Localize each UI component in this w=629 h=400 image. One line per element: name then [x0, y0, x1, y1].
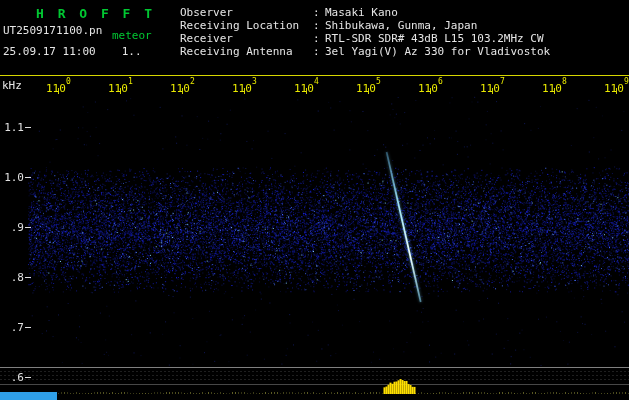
y-tick-label: .9 — [0, 221, 24, 234]
x-tick-label: 1106 — [418, 80, 443, 95]
datetime-label: 25.09.17 11:001.. — [3, 45, 142, 58]
y-axis-unit: kHz — [2, 79, 22, 92]
x-tick-label: 1102 — [170, 80, 195, 95]
x-tick-label: 1103 — [232, 80, 257, 95]
info-value: Masaki Kano — [325, 6, 626, 19]
counter-value: 1.. — [122, 45, 142, 58]
x-tick-label: 1108 — [542, 80, 567, 95]
x-tick-label: 1101 — [108, 80, 133, 95]
info-value: Shibukawa, Gunma, Japan — [325, 19, 626, 32]
x-tick-label: 1105 — [356, 80, 381, 95]
x-tick-label: 1104 — [294, 80, 319, 95]
x-tick-label: 1109 — [604, 80, 629, 95]
info-value: 3el Yagi(V) Az 330 for Vladivostok — [325, 45, 626, 58]
file-name: UT2509171100.pn — [3, 24, 102, 37]
hrofft-screen: H R O F F T UT2509171100.pn meteor 25.09… — [0, 0, 629, 400]
info-row: Receiving Location:Shibukawa, Gunma, Jap… — [180, 19, 626, 32]
spectrogram-canvas — [0, 0, 629, 400]
info-label: Receiving Location — [180, 19, 313, 32]
datetime-value: 25.09.17 11:00 — [3, 45, 96, 58]
info-row: Receiver:RTL-SDR SDR# 43dB L15 103.2MHz … — [180, 32, 626, 45]
app-title: H R O F F T — [36, 6, 155, 21]
info-colon: : — [313, 6, 325, 19]
info-label: Receiving Antenna — [180, 45, 313, 58]
info-row: Observer:Masaki Kano — [180, 6, 626, 19]
info-colon: : — [313, 32, 325, 45]
info-label: Receiver — [180, 32, 313, 45]
y-tick-label: .6 — [0, 371, 24, 384]
observation-info: Observer:Masaki KanoReceiving Location:S… — [180, 6, 626, 58]
info-label: Observer — [180, 6, 313, 19]
mode-label: meteor — [112, 29, 152, 42]
y-tick-label: 1.0 — [0, 171, 24, 184]
info-colon: : — [313, 45, 325, 58]
info-row: Receiving Antenna:3el Yagi(V) Az 330 for… — [180, 45, 626, 58]
y-tick-label: .8 — [0, 271, 24, 284]
info-colon: : — [313, 19, 325, 32]
y-tick-label: 1.1 — [0, 121, 24, 134]
x-tick-label: 1100 — [46, 80, 71, 95]
axis-top-line — [0, 75, 629, 76]
x-tick-label: 1107 — [480, 80, 505, 95]
y-tick-label: .7 — [0, 321, 24, 334]
info-value: RTL-SDR SDR# 43dB L15 103.2MHz CW — [325, 32, 626, 45]
